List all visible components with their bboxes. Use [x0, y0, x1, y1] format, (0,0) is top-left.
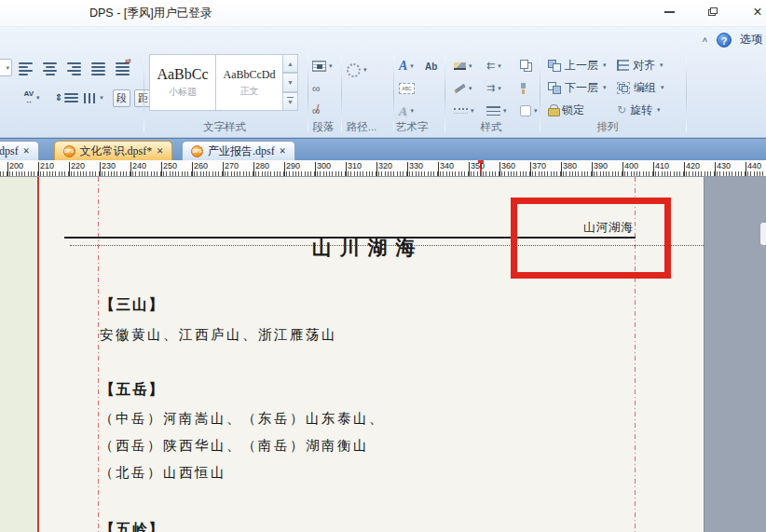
ruler-major-tick — [530, 162, 531, 176]
ruler-number: 380 — [563, 161, 577, 171]
ruler-major-tick — [130, 162, 131, 176]
dash-style-button[interactable] — [453, 101, 475, 120]
align-right-button[interactable] — [63, 57, 85, 80]
align-objects-button[interactable]: 对齐 — [616, 56, 664, 75]
help-icon[interactable]: ? — [717, 33, 732, 48]
columns-button[interactable] — [78, 87, 109, 109]
gallery-scroll: ▲ ▼ ▼ — [283, 54, 298, 111]
align-distribute-button[interactable]: ⇄ — [112, 57, 133, 80]
tab-close-icon[interactable]: × — [280, 145, 286, 157]
brush-icon — [520, 83, 527, 94]
lines-icon — [486, 106, 500, 116]
restore-button[interactable] — [699, 3, 727, 21]
ribbon: ∧ ? 选项 ⇄ AV↔ ⇕ 段 距 — [0, 26, 766, 138]
ruler: 2002102202302402502602702802903003103203… — [0, 160, 766, 177]
rotate-button[interactable]: ↻ 旋转 — [616, 101, 662, 119]
section-line[interactable]: （西岳）陕西华山、（南岳）湖南衡山 — [100, 432, 622, 459]
tab-document-1[interactable]: .dpsf × — [0, 141, 39, 160]
ruler-major-tick — [253, 162, 254, 176]
ruler-number: 270 — [225, 161, 239, 171]
send-backward-icon — [548, 82, 561, 94]
unlink-button[interactable]: ∞ — [311, 101, 321, 121]
fill-color-button[interactable] — [453, 56, 473, 75]
ruler-number: 440 — [747, 161, 761, 171]
ruler-number: 360 — [501, 161, 515, 171]
tab-document-3[interactable]: DPS 产业报告.dpsf × — [182, 141, 295, 160]
unlink-icon: ∞ — [312, 105, 321, 116]
char-spacing-button[interactable]: AV↔ — [15, 87, 48, 109]
tab-document-2-active[interactable]: DPS 文化常识.dpsf* × — [54, 141, 173, 160]
path-icon — [347, 63, 361, 77]
ruler-number: 320 — [378, 161, 392, 171]
ruler-major-tick — [469, 162, 470, 176]
text-wrap-button[interactable] — [311, 56, 334, 76]
shape-style-button[interactable] — [519, 101, 539, 120]
text-wrap-icon — [312, 61, 326, 72]
ruler-major-tick — [745, 162, 746, 176]
ruler-major-tick — [100, 162, 101, 176]
gallery-more-button[interactable]: ▼ — [283, 92, 298, 111]
link-button[interactable]: ∞ — [311, 78, 321, 99]
wordart-button[interactable]: A — [398, 56, 415, 76]
minimize-button[interactable] — [655, 3, 683, 21]
align-center-button[interactable] — [39, 57, 61, 80]
rotate-icon: ↻ — [617, 104, 626, 116]
bring-forward-button[interactable]: 上一层 — [547, 56, 608, 75]
tab-close-icon[interactable]: × — [23, 145, 30, 157]
paragraph-settings-button[interactable]: 段 — [113, 89, 130, 107]
text-border-button[interactable]: ABC — [398, 78, 416, 99]
margin-guide-left — [98, 177, 99, 532]
group-objects-button[interactable]: 编组 — [616, 78, 665, 97]
change-case-button[interactable]: Ab — [424, 56, 438, 76]
ruler-major-tick — [438, 162, 439, 176]
align-objects-icon — [617, 60, 629, 71]
section-line[interactable]: 安徽黄山、江西庐山、浙江雁荡山 — [100, 321, 622, 348]
ruler-number: 350 — [471, 161, 485, 171]
font-combo-partial[interactable] — [0, 59, 12, 76]
line-weight-button[interactable] — [486, 101, 508, 120]
ribbon-mini-toolbar: ∧ ? 选项 — [702, 32, 762, 48]
section-line[interactable]: （中岳）河南嵩山、（东岳）山东泰山、 — [100, 405, 622, 432]
ruler-number: 210 — [40, 161, 54, 171]
style-item-body[interactable]: AaBbCcDd 正文 — [216, 54, 283, 111]
ruler-number: 400 — [624, 161, 638, 171]
send-backward-button[interactable]: 下一层 — [547, 78, 608, 97]
duplicate-style-button[interactable] — [519, 56, 533, 75]
text-border-icon: ABC — [399, 83, 415, 94]
group-objects-icon — [617, 82, 630, 94]
section-heading[interactable]: 【三山】 — [100, 295, 622, 316]
group-label-wordart: 艺术字 — [390, 120, 434, 134]
align-left-button[interactable] — [15, 57, 36, 80]
line-spacing-button[interactable]: ⇕ — [52, 87, 75, 109]
section-line[interactable]: （北岳）山西恒山 — [100, 459, 622, 486]
gallery-up-button[interactable]: ▲ — [283, 54, 298, 73]
text-effect-button[interactable]: A — [398, 101, 415, 121]
section-heading[interactable]: 【五岭】 — [100, 520, 622, 532]
options-button[interactable]: 选项 — [740, 32, 762, 48]
square-icon — [520, 105, 531, 116]
collapse-ribbon-icon[interactable]: ∧ — [702, 35, 708, 44]
close-button[interactable]: × — [744, 3, 766, 21]
align-distribute-icon: ⇄ — [116, 62, 130, 75]
indent-increase-button[interactable]: ⇉ — [486, 78, 502, 98]
document-page[interactable]: 山河湖海 山川湖海 【三山】 安徽黄山、江西庐山、浙江雁荡山 【五岳】 （中岳）… — [39, 177, 704, 532]
section-heading[interactable]: 【五岳】 — [100, 380, 622, 401]
dps-file-icon: DPS — [63, 145, 75, 157]
gallery-down-button[interactable]: ▼ — [283, 73, 298, 91]
lock-button[interactable]: 锁定 — [547, 101, 585, 119]
ruler-major-tick — [653, 162, 654, 176]
vertical-scrollbar-thumb[interactable] — [759, 222, 766, 246]
path-button[interactable] — [346, 56, 368, 84]
line-color-button[interactable] — [453, 78, 473, 98]
align-justify-button[interactable] — [88, 57, 109, 80]
tab-close-icon[interactable]: × — [157, 145, 163, 157]
align-left-icon — [19, 62, 33, 75]
ruler-major-tick — [622, 162, 623, 176]
group-label-text-style: 文字样式 — [149, 120, 300, 134]
arrows-right-icon: ⇉ — [486, 83, 495, 93]
indent-decrease-button[interactable]: ⇇ — [486, 56, 502, 75]
ruler-major-tick — [38, 162, 39, 176]
group-separator — [445, 55, 445, 131]
format-painter-button[interactable] — [519, 78, 527, 98]
style-item-subtitle[interactable]: AaBbCc 小标题 — [149, 54, 216, 111]
